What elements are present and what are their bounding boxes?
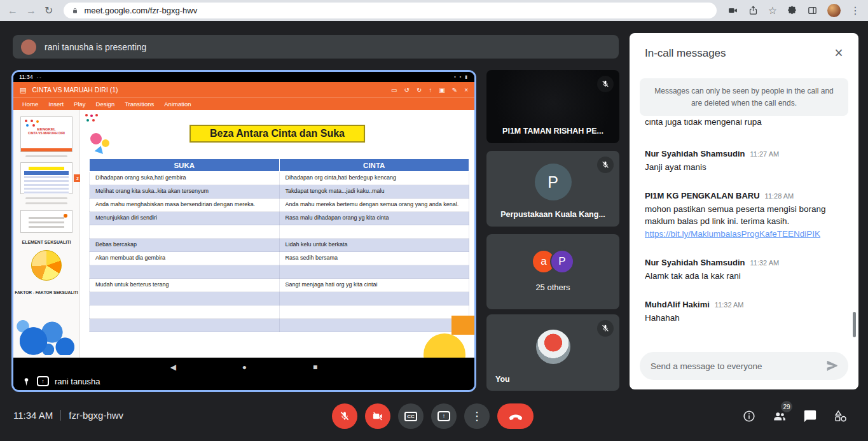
message-text: Alamk tak ada la kak rani (645, 270, 843, 282)
share-icon[interactable] (748, 5, 759, 16)
present-button[interactable]: ↑ (431, 403, 457, 429)
slide-thumbnail-2: 2 (20, 162, 72, 194)
meeting-info: 11:34 AM fzr-bgxg-hwv (13, 410, 123, 421)
presentation-tile[interactable]: 11:34 ◦ ◦ ▪ ▪ ▮ ▤ CINTA VS MARUAH DIRI (… (11, 70, 476, 392)
phone-clock: 11:34 (19, 74, 33, 80)
profile-avatar[interactable] (827, 4, 841, 17)
camera-in-use-icon[interactable] (727, 5, 738, 16)
message-time: 11:27 AM (750, 150, 779, 158)
meeting-details-button[interactable] (741, 409, 757, 424)
chat-button-active[interactable] (803, 409, 818, 424)
column-header-suka: SUKA (90, 159, 280, 172)
browser-menu-kebab-icon[interactable]: ⋮ (850, 6, 860, 16)
mic-off-icon (339, 410, 350, 422)
more-options-button[interactable]: ⋮ (464, 403, 490, 429)
table-cell (90, 265, 280, 279)
participant-tile-you[interactable]: You (486, 314, 619, 391)
table-cell (90, 319, 280, 332)
table-cell (279, 319, 469, 332)
table-row: Mudah untuk berterus terangSangt menjaga… (90, 279, 469, 292)
table-cell: Dihadapan org cinta,hati berdegup kencan… (279, 172, 469, 185)
table-row: Dihadapan orang suka,hati gembiraDihadap… (90, 172, 469, 185)
table-row: Menunjukkan diri sendiriRasa malu dihada… (90, 212, 469, 225)
thumb-label-element: ELEMENT SEKSUALITI (13, 240, 79, 244)
ppt-tab-transitions: Transitions (125, 101, 154, 108)
android-home-icon: ● (242, 363, 247, 372)
meeting-code: fzr-bgxg-hwv (69, 410, 123, 421)
chat-message-input[interactable] (651, 361, 820, 371)
table-cell (279, 225, 469, 239)
send-icon (826, 360, 839, 372)
wheel-chart-thumbnail (31, 250, 62, 281)
chat-message: MuhdAlif Hakimi11:32 AM Hahahah (645, 300, 843, 324)
show-everyone-button[interactable]: 29 (772, 409, 787, 424)
table-cell: Menunjukkan diri sendiri (90, 212, 280, 225)
slide-title: Beza Antara Cinta dan Suka (189, 125, 365, 143)
phone-status-bar: 11:34 ◦ ◦ ▪ ▪ ▮ (13, 72, 474, 82)
activities-button[interactable] (833, 409, 848, 424)
table-row: Akan membuat dia gembiraRasa sedih bersa… (90, 252, 469, 265)
chat-message: Nur Syahidah Shamsudin11:32 AM Alamk tak… (645, 258, 843, 282)
others-avatars: a P (486, 249, 619, 274)
extensions-puzzle-icon[interactable] (787, 5, 797, 16)
table-cell: Bebas bercakap (90, 239, 280, 252)
column-header-cinta: CINTA (279, 159, 469, 172)
presenter-avatar (21, 39, 36, 55)
table-cell: Dihadapan orang suka,hati gembira (90, 172, 280, 185)
participant-tile-pi1m-taman-rishah[interactable]: PI1M TAMAN RISHAH PE... (486, 70, 619, 143)
kebab-icon: ⋮ (471, 409, 483, 423)
comparison-table: SUKA CINTA Dihadapan orang suka,hati gem… (89, 158, 469, 332)
table-row-empty (90, 225, 469, 239)
captions-button[interactable]: CC (398, 403, 424, 429)
send-message-button[interactable] (820, 354, 844, 378)
url-text: meet.google.com/fzr-bgxg-hwv (84, 6, 197, 15)
forward-icon[interactable]: → (26, 6, 36, 16)
table-cell (279, 305, 469, 319)
chat-panel-title: In-call messages (645, 47, 726, 60)
chat-message-list: cinta juga tidak mengenal rupa Nur Syahi… (645, 120, 846, 341)
table-cell: Akan membuat dia gembira (90, 252, 280, 265)
ppt-tab-insert: Insert (48, 101, 64, 108)
blue-splash-deco (16, 318, 74, 355)
thumb-label-faktor: FAKTOR - FAKTOR SEKSUALITI (13, 290, 79, 295)
address-bar[interactable]: meet.google.com/fzr-bgxg-hwv (64, 3, 716, 18)
ppt-toolbar-icons: ▭ ↺ ↻ ↑ ▣ ✎ × (391, 87, 468, 94)
mic-off-icon (601, 324, 610, 333)
end-call-button[interactable] (497, 403, 534, 429)
back-icon[interactable]: ← (8, 6, 18, 16)
close-icon[interactable]: × (827, 41, 851, 65)
message-link[interactable]: https://bit.ly/MaklumbalasProgKafeTEENdi… (645, 228, 843, 240)
slide-deco-orange-rect (451, 316, 474, 335)
chat-header: In-call messages (630, 33, 858, 74)
others-count-label: 25 others (486, 283, 619, 292)
camera-toggle-button[interactable] (365, 403, 390, 429)
presenter-name-tag: ↑ rani tanusha (22, 376, 100, 386)
mic-toggle-button[interactable] (332, 403, 357, 429)
ppt-slide-thumbnails: BENGKEL CINTA VS MARUAH DIRI 2 (13, 110, 80, 358)
mic-muted-badge (597, 320, 614, 337)
slide-thumbnail-1: BENGKEL CINTA VS MARUAH DIRI (20, 116, 72, 152)
thumb2-title-bar (29, 167, 64, 170)
chat-icon (803, 409, 817, 423)
message-text: Hahahah (645, 312, 843, 324)
participant-name: Perpustakaan Kuala Kang... (486, 210, 619, 219)
mic-off-icon (601, 80, 610, 88)
ppt-tab-animation: Animation (164, 101, 191, 108)
table-cell: Rasa malu dihadapan orang yg kita cinta (279, 212, 469, 225)
table-cell: Sangt menjaga hati org yg kita cintai (279, 279, 469, 292)
table-cell (90, 305, 280, 319)
scrollbar-thumb[interactable] (853, 312, 856, 337)
side-panel-icon[interactable] (807, 5, 818, 16)
table-cell: Anda mahu menghabiskan masa bersendirian… (90, 199, 280, 212)
participant-tile-perpustakaan[interactable]: P Perpustakaan Kuala Kang... (486, 151, 619, 227)
thumb2-table-rows (24, 176, 69, 194)
presentation-indicator-icon: ↑ (37, 376, 49, 386)
info-icon (742, 409, 756, 423)
bookmark-star-icon[interactable]: ☆ (768, 6, 777, 16)
status-icons-left: ◦ ◦ (37, 75, 41, 80)
reload-icon[interactable]: ↻ (45, 6, 53, 16)
table-cell: Rasa sedih bersama (279, 252, 469, 265)
right-panel-buttons: 29 (741, 409, 848, 424)
ppt-menu-icon: ▤ (20, 86, 26, 94)
participant-tile-others[interactable]: a P 25 others (486, 234, 619, 309)
